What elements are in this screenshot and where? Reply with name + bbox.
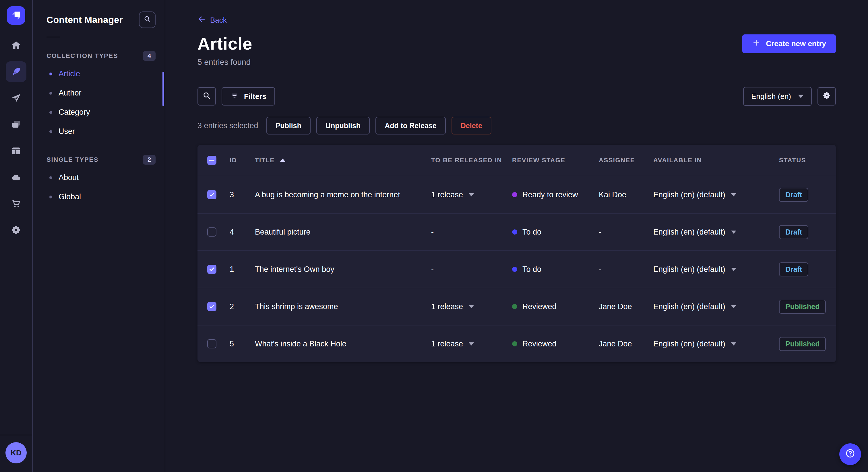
- column-header-assignee[interactable]: ASSIGNEE: [599, 157, 653, 164]
- cell-available-in[interactable]: English (en) (default): [653, 228, 779, 237]
- select-all-checkbox[interactable]: [207, 156, 216, 165]
- app-window: KD Content Manager COLLECTION TYPES4Arti…: [0, 0, 868, 472]
- row-checkbox[interactable]: [207, 265, 216, 274]
- status-badge: Draft: [779, 262, 808, 276]
- add-to-release-button[interactable]: Add to Release: [375, 117, 446, 134]
- cell-id: 5: [229, 339, 255, 348]
- paper-plane-icon: [11, 93, 22, 103]
- sidebar-item-author[interactable]: Author: [46, 83, 156, 103]
- strapi-logo[interactable]: [7, 6, 25, 25]
- column-header-status[interactable]: STATUS: [779, 157, 836, 164]
- help-button[interactable]: [839, 443, 861, 465]
- table-body: 3 A bug is becoming a meme on the intern…: [197, 176, 836, 362]
- stage-dot-icon: [512, 229, 517, 235]
- cloud-icon: [11, 172, 22, 183]
- filters-button[interactable]: Filters: [222, 87, 275, 105]
- cell-status: Draft: [779, 188, 836, 202]
- layout-icon: [11, 145, 22, 156]
- main-content: Back Article Create new entry 5 entries …: [165, 0, 868, 472]
- column-header-available-in[interactable]: AVAILABLE IN: [653, 157, 779, 164]
- sidebar-item-about[interactable]: About: [46, 168, 156, 187]
- bullet-icon: [50, 196, 52, 198]
- table-row[interactable]: 4 Beautiful picture - To do - English (e…: [197, 213, 836, 250]
- rail-item-gear-icon[interactable]: [6, 220, 26, 240]
- sidebar-search-button[interactable]: [139, 11, 156, 28]
- row-checkbox[interactable]: [207, 302, 216, 311]
- cell-available-in[interactable]: English (en) (default): [653, 191, 779, 199]
- chevron-down-icon: [731, 231, 736, 234]
- row-checkbox[interactable]: [207, 227, 216, 237]
- cell-status: Draft: [779, 262, 836, 276]
- sidebar-item-label: About: [59, 173, 79, 182]
- chevron-down-icon: [731, 268, 736, 271]
- rail-nav: [6, 35, 26, 240]
- publish-button[interactable]: Publish: [267, 117, 311, 134]
- sidebar-divider: [46, 37, 60, 37]
- entries-count: 5 entries found: [197, 58, 836, 67]
- cell-title: This shrimp is awesome: [255, 302, 431, 311]
- rail-item-paper-plane-icon[interactable]: [6, 88, 26, 108]
- search-icon: [202, 91, 211, 102]
- column-header-id[interactable]: ID: [229, 157, 255, 164]
- column-header-review-stage[interactable]: REVIEW STAGE: [512, 157, 599, 164]
- cell-available-in[interactable]: English (en) (default): [653, 302, 779, 311]
- app-icon-rail: KD: [0, 0, 33, 472]
- avatar[interactable]: KD: [5, 442, 27, 463]
- chevron-down-icon: [798, 95, 804, 98]
- cell-assignee: -: [599, 265, 653, 274]
- table-row[interactable]: 1 The internet's Own boy - To do - Engli…: [197, 250, 836, 288]
- view-settings-button[interactable]: [817, 87, 836, 105]
- arrow-left-icon: [197, 15, 206, 26]
- cell-released[interactable]: 1 release: [431, 191, 512, 199]
- cell-title: The internet's Own boy: [255, 265, 431, 274]
- rail-item-home-icon[interactable]: [6, 35, 26, 56]
- home-icon: [11, 40, 22, 51]
- sidebar-scrollbar-thumb[interactable]: [162, 72, 164, 106]
- sidebar-item-label: Author: [59, 89, 82, 98]
- feather-icon: [11, 66, 22, 77]
- cell-assignee: Kai Doe: [599, 191, 653, 199]
- sidebar-item-category[interactable]: Category: [46, 103, 156, 122]
- media-icon: [11, 119, 22, 130]
- selection-actions: PublishUnpublishAdd to ReleaseDelete: [267, 117, 491, 134]
- rail-item-cart-icon[interactable]: [6, 193, 26, 214]
- delete-button[interactable]: Delete: [452, 117, 491, 134]
- sidebar-item-user[interactable]: User: [46, 122, 156, 141]
- cell-released[interactable]: 1 release: [431, 339, 512, 348]
- row-checkbox[interactable]: [207, 190, 216, 199]
- row-checkbox[interactable]: [207, 339, 216, 348]
- rail-item-feather-icon[interactable]: [6, 61, 26, 82]
- cell-id: 4: [229, 228, 255, 237]
- stage-dot-icon: [512, 341, 517, 346]
- rail-item-layout-icon[interactable]: [6, 140, 26, 161]
- bullet-icon: [50, 92, 52, 95]
- cell-released: -: [431, 265, 512, 274]
- search-icon: [143, 15, 151, 25]
- table-row[interactable]: 2 This shrimp is awesome 1 release Revie…: [197, 288, 836, 325]
- sidebar-item-global[interactable]: Global: [46, 187, 156, 206]
- table-search-button[interactable]: [197, 87, 216, 105]
- table-row[interactable]: 5 What's inside a Black Hole 1 release R…: [197, 325, 836, 362]
- sidebar-item-article[interactable]: Article: [46, 64, 156, 83]
- unpublish-button[interactable]: Unpublish: [316, 117, 370, 134]
- rail-item-media-icon[interactable]: [6, 114, 26, 135]
- chevron-down-icon: [469, 342, 474, 345]
- cell-review-stage: Ready to review: [512, 191, 599, 199]
- locale-select[interactable]: English (en): [743, 87, 812, 106]
- cell-title: A bug is becoming a meme on the internet: [255, 191, 431, 199]
- cell-review-stage: To do: [512, 228, 599, 237]
- cell-available-in[interactable]: English (en) (default): [653, 265, 779, 274]
- back-link[interactable]: Back: [197, 15, 227, 26]
- cell-assignee: -: [599, 228, 653, 237]
- sidebar-section-header: COLLECTION TYPES4: [46, 51, 156, 61]
- rail-item-cloud-icon[interactable]: [6, 167, 26, 188]
- sidebar-item-label: Global: [59, 193, 81, 201]
- cell-available-in[interactable]: English (en) (default): [653, 339, 779, 348]
- cell-released[interactable]: 1 release: [431, 302, 512, 311]
- create-new-entry-button[interactable]: Create new entry: [742, 34, 836, 53]
- table-row[interactable]: 3 A bug is becoming a meme on the intern…: [197, 176, 836, 213]
- column-header-to-be-released-in[interactable]: TO BE RELEASED IN: [431, 157, 512, 164]
- status-badge: Published: [779, 337, 826, 351]
- column-header-title[interactable]: TITLE: [255, 157, 431, 164]
- chevron-down-icon: [731, 342, 736, 345]
